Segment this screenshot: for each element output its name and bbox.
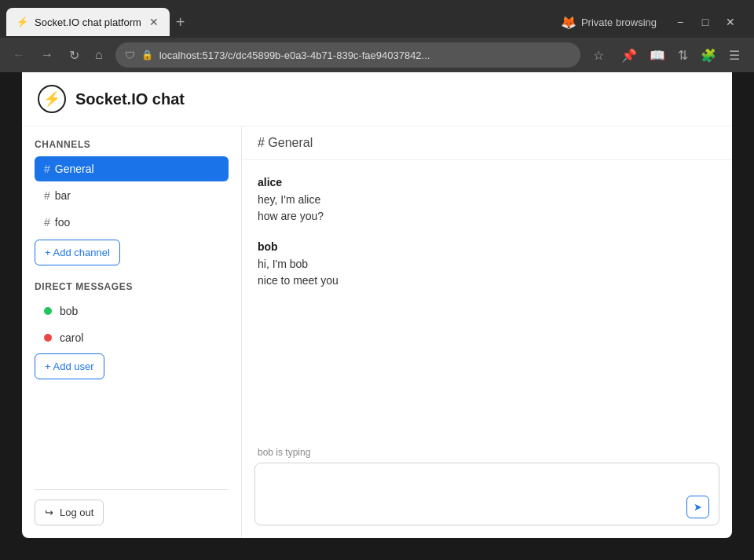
channel-name-foo: foo — [55, 216, 70, 229]
sidebar: CHANNELS # General # bar # foo + Add cha… — [22, 126, 242, 538]
private-browsing-label: Private browsing — [581, 16, 657, 28]
logout-label: Log out — [60, 507, 93, 518]
home-button[interactable]: ⌂ — [92, 45, 106, 65]
send-icon: ➤ — [694, 501, 702, 513]
app-header: ⚡ Socket.IO chat — [22, 72, 732, 126]
status-dot-busy — [44, 334, 52, 342]
channel-name-bar: bar — [55, 189, 71, 202]
window-controls: − □ ✕ — [663, 11, 748, 33]
message-sender-bob: bob — [258, 240, 716, 253]
add-channel-button[interactable]: + Add channel — [35, 240, 120, 265]
address-bar: ← → ↻ ⌂ 🛡 🔒 localhost:5173/c/dc45899b-e0… — [0, 38, 754, 72]
active-tab[interactable]: ⚡ Socket.IO chat platform ✕ — [6, 8, 170, 36]
logout-icon: ↪ — [45, 507, 53, 518]
minimize-button[interactable]: − — [669, 11, 691, 33]
status-dot-online — [44, 307, 52, 315]
tab-favicon: ⚡ — [16, 16, 28, 28]
refresh-button[interactable]: ↻ — [66, 45, 82, 66]
chat-messages: alice hey, I'm alice how are you? bob hi… — [242, 160, 732, 444]
chat-footer: bob is typing ➤ — [242, 444, 732, 538]
dm-item-bob[interactable]: bob — [35, 298, 229, 324]
app-body: CHANNELS # General # bar # foo + Add cha… — [22, 126, 732, 538]
address-input-wrapper[interactable]: 🛡 🔒 localhost:5173/c/dc45899b-e0a3-4b71-… — [115, 42, 580, 68]
message-input[interactable] — [265, 471, 686, 518]
app-logo: ⚡ — [38, 85, 66, 113]
address-text: localhost:5173/c/dc45899b-e0a3-4b71-839c… — [159, 49, 571, 61]
message-line: hey, I'm alice — [258, 192, 716, 208]
channel-hash-icon: # — [44, 163, 50, 175]
dm-section: DIRECT MESSAGES bob carol + Add user — [35, 281, 229, 379]
sync-button[interactable]: ⇅ — [673, 45, 693, 66]
message-sender-alice: alice — [258, 176, 716, 188]
shield-icon: 🛡 — [125, 49, 135, 61]
message-line: how are you? — [258, 208, 716, 225]
chat-header: # General — [242, 126, 732, 160]
reader-button[interactable]: 📖 — [645, 45, 670, 66]
logout-button[interactable]: ↪ Log out — [35, 500, 104, 525]
message-group-bob: bob hi, I'm bob nice to meet you — [258, 240, 716, 289]
dm-name-bob: bob — [60, 305, 78, 317]
private-browsing-icon: 🦊 — [561, 15, 576, 30]
channel-name-general: General — [55, 163, 94, 175]
channel-item-general[interactable]: # General — [35, 156, 229, 181]
tab-close-button[interactable]: ✕ — [148, 16, 160, 28]
channels-label: CHANNELS — [35, 139, 229, 150]
toolbar-icons: 📌 📖 ⇅ 🧩 ☰ — [617, 45, 745, 66]
app-window: ⚡ Socket.IO chat CHANNELS # General # ba… — [22, 72, 732, 538]
bookmark-button[interactable]: ☆ — [590, 45, 607, 66]
message-line: nice to meet you — [258, 273, 716, 289]
send-button[interactable]: ➤ — [686, 496, 709, 518]
close-button[interactable]: ✕ — [719, 11, 741, 33]
typing-indicator: bob is typing — [254, 447, 719, 458]
dm-label: DIRECT MESSAGES — [35, 281, 229, 292]
chat-area: # General alice hey, I'm alice how are y… — [242, 126, 732, 538]
back-button[interactable]: ← — [9, 45, 28, 65]
dm-item-carol[interactable]: carol — [35, 325, 229, 350]
pocket-button[interactable]: 📌 — [617, 45, 642, 66]
channel-hash-icon: # — [44, 189, 50, 202]
channel-hash-icon: # — [44, 216, 50, 229]
app-title: Socket.IO chat — [75, 90, 185, 108]
message-input-wrapper[interactable]: ➤ — [254, 463, 719, 525]
lock-icon: 🔒 — [141, 49, 153, 60]
message-group-alice: alice hey, I'm alice how are you? — [258, 176, 716, 225]
tab-title: Socket.IO chat platform — [35, 16, 141, 28]
dm-name-carol: carol — [60, 331, 83, 344]
extensions-button[interactable]: 🧩 — [696, 45, 721, 66]
menu-button[interactable]: ☰ — [724, 45, 745, 66]
private-browsing-indicator: 🦊 Private browsing — [555, 15, 663, 30]
forward-button[interactable]: → — [38, 45, 57, 65]
new-tab-button[interactable]: + — [170, 8, 192, 36]
maximize-button[interactable]: □ — [694, 11, 716, 33]
channel-item-bar[interactable]: # bar — [35, 183, 229, 208]
message-line: hi, I'm bob — [258, 256, 716, 273]
add-user-button[interactable]: + Add user — [35, 353, 104, 379]
channel-item-foo[interactable]: # foo — [35, 210, 229, 235]
sidebar-divider — [35, 489, 229, 490]
